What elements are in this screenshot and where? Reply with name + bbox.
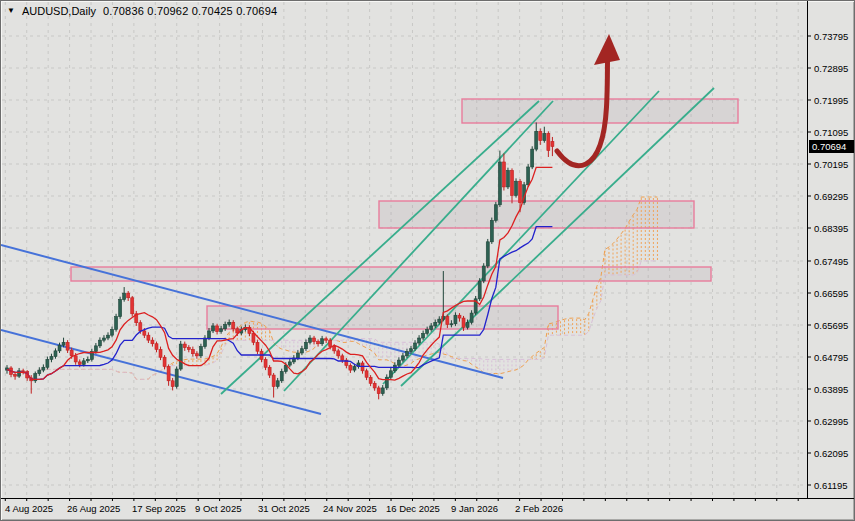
ohlc-values: 0.70836 0.70962 0.70425 0.70694: [103, 5, 277, 17]
time-axis-label: 17 Sep 2025: [132, 503, 186, 514]
price-axis-label: 0.65695: [814, 320, 848, 331]
price-chart-canvas[interactable]: 0.737950.728950.719950.710950.701950.692…: [1, 1, 855, 521]
time-axis-label: 4 Aug 2025: [5, 503, 53, 514]
ascending-trendlines[interactable]: [221, 88, 714, 394]
current-price-tag: 0.70694: [809, 140, 855, 153]
price-axis-label: 0.70195: [814, 159, 848, 170]
arrow-head-icon: [594, 34, 620, 65]
ascending-trendline[interactable]: [401, 88, 714, 386]
chart-window: 0.737950.728950.719950.710950.701950.692…: [0, 0, 855, 521]
price-axis-label: 0.66595: [814, 288, 848, 299]
time-axis-label: 2 Feb 2026: [515, 503, 563, 514]
supply-demand-zones[interactable]: [71, 99, 738, 329]
zone-rectangle[interactable]: [462, 99, 738, 123]
price-axis-label: 0.73795: [814, 31, 848, 42]
zone-rectangle[interactable]: [71, 267, 711, 281]
time-axis-label: 9 Oct 2025: [195, 503, 241, 514]
price-axis-labels[interactable]: 0.737950.728950.719950.710950.701950.692…: [807, 31, 848, 491]
grid-lines: [2, 2, 807, 497]
time-axis-label: 31 Oct 2025: [258, 503, 310, 514]
price-axis-label: 0.64795: [814, 352, 848, 363]
channel-trendline[interactable]: [1, 330, 321, 414]
price-axis-label: 0.62095: [814, 448, 848, 459]
price-axis-label: 0.63895: [814, 384, 848, 395]
price-axis-label: 0.72895: [814, 63, 848, 74]
axes[interactable]: [1, 1, 855, 499]
symbol-dropdown-icon[interactable]: ▼: [7, 7, 15, 15]
zone-rectangle[interactable]: [207, 306, 558, 329]
price-axis-label: 0.68395: [814, 223, 848, 234]
symbol-timeframe-label: AUDUSD,Daily: [22, 5, 96, 17]
chart-title: ▼ AUDUSD,Daily 0.70836 0.70962 0.70425 0…: [7, 5, 277, 17]
time-axis-labels[interactable]: 4 Aug 202526 Aug 202517 Sep 20259 Oct 20…: [5, 498, 798, 514]
time-axis-label: 9 Jan 2026: [451, 503, 498, 514]
price-axis-label: 0.67495: [814, 256, 848, 267]
price-axis-label: 0.69295: [814, 191, 848, 202]
time-axis-label: 24 Nov 2025: [323, 503, 377, 514]
price-axis-label: 0.61195: [814, 480, 848, 491]
time-axis-label: 26 Aug 2025: [67, 503, 120, 514]
price-axis-label: 0.71995: [814, 95, 848, 106]
price-axis-label: 0.71095: [814, 127, 848, 138]
time-axis-label: 16 Dec 2025: [386, 503, 440, 514]
price-axis-label: 0.62995: [814, 416, 848, 427]
